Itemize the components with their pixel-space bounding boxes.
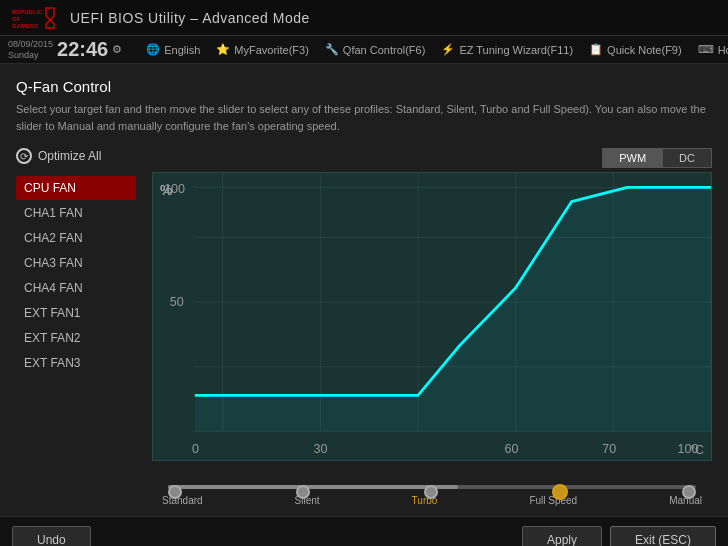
fan-item-cpu[interactable]: CPU FAN xyxy=(16,176,136,200)
hotkeys-icon: ⌨ xyxy=(698,43,714,56)
language-icon: 🌐 xyxy=(146,43,160,56)
my-favorite-item[interactable]: ⭐ MyFavorite(F3) xyxy=(216,43,309,56)
dc-tab[interactable]: DC xyxy=(662,148,712,168)
date-display: 08/09/2015 Sunday xyxy=(8,39,53,61)
fan-item-ext1[interactable]: EXT FAN1 xyxy=(16,301,136,325)
optimize-icon: ⟳ xyxy=(16,148,32,164)
fan-item-cha3[interactable]: CHA3 FAN xyxy=(16,251,136,275)
note-icon: 📋 xyxy=(589,43,603,56)
svg-text:50: 50 xyxy=(170,294,184,309)
page-description: Select your target fan and then move the… xyxy=(16,101,712,134)
fan-control-area: ⟳ Optimize All CPU FAN CHA1 FAN CHA2 FAN… xyxy=(16,148,712,506)
undo-button[interactable]: Undo xyxy=(12,526,91,547)
apply-button[interactable]: Apply xyxy=(522,526,602,547)
fan-item-cha4[interactable]: CHA4 FAN xyxy=(16,276,136,300)
fan-item-cha1[interactable]: CHA1 FAN xyxy=(16,201,136,225)
fan-list: ⟳ Optimize All CPU FAN CHA1 FAN CHA2 FAN… xyxy=(16,148,136,506)
fan-item-ext2[interactable]: EXT FAN2 xyxy=(16,326,136,350)
hot-keys-item[interactable]: ⌨ Hot Keys xyxy=(698,43,728,56)
ez-tuning-label: EZ Tuning Wizard(F11) xyxy=(459,44,573,56)
svg-text:GAMERS: GAMERS xyxy=(12,23,38,29)
profile-slider-area: Standard Silent Turbo Full Speed Manual xyxy=(152,473,712,506)
slider-dot-fullspeed[interactable] xyxy=(552,484,568,500)
main-content: Q-Fan Control Select your target fan and… xyxy=(0,64,728,516)
svg-text:100: 100 xyxy=(164,181,185,196)
qfan-control-item[interactable]: 🔧 Qfan Control(F6) xyxy=(325,43,426,56)
my-favorite-label: MyFavorite(F3) xyxy=(234,44,309,56)
optimize-all-button[interactable]: ⟳ Optimize All xyxy=(16,148,136,164)
ez-tuning-item[interactable]: ⚡ EZ Tuning Wizard(F11) xyxy=(441,43,573,56)
slider-dot-silent[interactable] xyxy=(296,485,310,499)
svg-text:30: 30 xyxy=(313,441,327,456)
bios-title: UEFI BIOS Utility – Advanced Mode xyxy=(70,10,310,26)
settings-icon[interactable]: ⚙ xyxy=(112,43,122,56)
header: REPUBLIC OF GAMERS UEFI BIOS Utility – A… xyxy=(0,0,728,36)
fan-chart: % % 100 50 °C 0 30 60 70 100 xyxy=(152,172,712,461)
language-label: English xyxy=(164,44,200,56)
qfan-label: Qfan Control(F6) xyxy=(343,44,426,56)
hot-keys-label: Hot Keys xyxy=(718,44,728,56)
fan-item-ext3[interactable]: EXT FAN3 xyxy=(16,351,136,375)
slider-dot-manual[interactable] xyxy=(682,485,696,499)
svg-text:REPUBLIC: REPUBLIC xyxy=(12,9,43,15)
svg-text:OF: OF xyxy=(12,16,21,22)
clock-area: 08/09/2015 Sunday 22:46 ⚙ xyxy=(8,38,122,61)
svg-text:60: 60 xyxy=(505,441,519,456)
chart-area: PWM DC xyxy=(152,148,712,506)
svg-text:0: 0 xyxy=(192,441,199,456)
rog-logo: REPUBLIC OF GAMERS xyxy=(10,4,58,32)
pwm-tab[interactable]: PWM xyxy=(602,148,662,168)
slider-dot-standard[interactable] xyxy=(168,485,182,499)
slider-dot-turbo[interactable] xyxy=(424,485,438,499)
fan-item-cha2[interactable]: CHA2 FAN xyxy=(16,226,136,250)
page-title: Q-Fan Control xyxy=(16,78,712,95)
time-display: 22:46 xyxy=(57,38,108,61)
language-item[interactable]: 🌐 English xyxy=(146,43,200,56)
svg-text:100: 100 xyxy=(678,441,699,456)
fan-icon: 🔧 xyxy=(325,43,339,56)
quick-note-item[interactable]: 📋 Quick Note(F9) xyxy=(589,43,682,56)
quick-note-label: Quick Note(F9) xyxy=(607,44,682,56)
pwm-dc-tabs: PWM DC xyxy=(152,148,712,168)
svg-text:70: 70 xyxy=(602,441,616,456)
optimize-all-label: Optimize All xyxy=(38,149,101,163)
tuning-icon: ⚡ xyxy=(441,43,455,56)
favorite-icon: ⭐ xyxy=(216,43,230,56)
toolbar: 08/09/2015 Sunday 22:46 ⚙ 🌐 English ⭐ My… xyxy=(0,36,728,64)
bottom-bar: Undo Apply Exit (ESC) xyxy=(0,516,728,546)
exit-button[interactable]: Exit (ESC) xyxy=(610,526,716,547)
